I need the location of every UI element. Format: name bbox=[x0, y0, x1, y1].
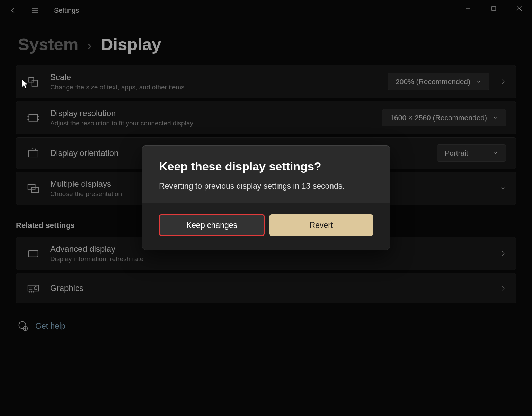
keep-settings-dialog: Keep these display settings? Reverting t… bbox=[142, 145, 390, 250]
keep-changes-button[interactable]: Keep changes bbox=[159, 214, 265, 236]
dialog-body-text: Reverting to previous display settings i… bbox=[159, 182, 373, 191]
dialog-title: Keep these display settings? bbox=[159, 160, 373, 173]
revert-button[interactable]: Revert bbox=[269, 214, 373, 236]
